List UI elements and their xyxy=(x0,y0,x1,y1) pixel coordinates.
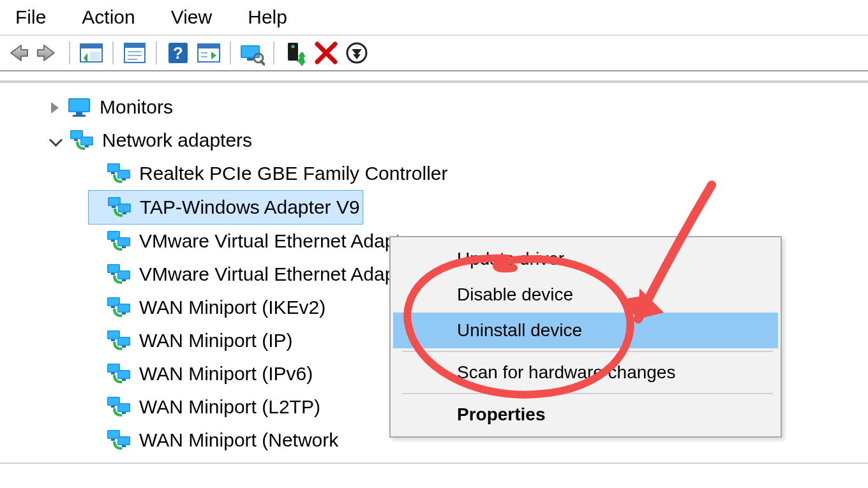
bottom-border xyxy=(0,462,868,464)
network-adapter-icon xyxy=(106,295,131,320)
show-hide-console-tree-button[interactable] xyxy=(78,40,105,66)
svg-rect-67 xyxy=(119,305,130,312)
action-list-button[interactable] xyxy=(195,40,222,66)
properties-button[interactable] xyxy=(121,40,148,66)
svg-rect-49 xyxy=(119,205,130,212)
svg-rect-33 xyxy=(73,115,86,117)
svg-marker-29 xyxy=(353,54,361,59)
help-button[interactable]: ? xyxy=(165,40,191,66)
svg-rect-91 xyxy=(119,438,130,445)
svg-rect-87 xyxy=(122,412,126,414)
svg-rect-50 xyxy=(112,206,116,208)
tree-node-monitors[interactable]: Monitors xyxy=(51,91,868,124)
svg-rect-92 xyxy=(111,439,115,441)
svg-rect-43 xyxy=(119,171,130,178)
svg-rect-59 xyxy=(108,265,119,272)
tree-item-tap-windows[interactable]: TAP-Windows Adapter V9 xyxy=(88,190,363,225)
svg-rect-86 xyxy=(111,406,115,408)
enable-device-button[interactable] xyxy=(282,40,309,66)
menubar: File Action View Help xyxy=(0,0,868,34)
svg-rect-68 xyxy=(111,306,115,308)
scan-hardware-button[interactable] xyxy=(239,40,266,66)
svg-rect-77 xyxy=(108,365,119,372)
help-icon: ? xyxy=(165,40,191,66)
ctx-scan-hardware[interactable]: Scan for hardware changes xyxy=(393,355,778,390)
svg-rect-69 xyxy=(122,313,126,314)
svg-rect-44 xyxy=(111,172,115,174)
ctx-uninstall-device[interactable]: Uninstall device xyxy=(393,313,778,348)
ctx-separator xyxy=(402,393,773,394)
svg-rect-65 xyxy=(108,299,119,306)
svg-rect-39 xyxy=(85,145,89,147)
tree-item-label: WAN Miniport (IPv6) xyxy=(139,364,313,384)
tree-item-label: Realtek PCIe GBE Family Controller xyxy=(139,163,448,184)
console-tree-icon xyxy=(79,40,104,66)
tree-node-network-adapters[interactable]: Network adapters xyxy=(51,124,868,157)
forward-arrow-icon xyxy=(35,40,61,66)
ctx-disable-device[interactable]: Disable device xyxy=(393,277,778,313)
enable-device-icon xyxy=(283,40,308,66)
menu-view[interactable]: View xyxy=(171,6,212,28)
network-adapter-icon xyxy=(106,394,131,420)
svg-rect-32 xyxy=(76,112,82,115)
svg-rect-12 xyxy=(198,44,220,48)
action-list-icon xyxy=(196,40,221,66)
svg-rect-26 xyxy=(300,56,304,63)
svg-rect-79 xyxy=(119,371,130,378)
svg-rect-71 xyxy=(108,332,119,339)
svg-rect-74 xyxy=(111,339,115,341)
context-menu: Update driver Disable device Uninstall d… xyxy=(389,236,782,438)
uninstall-device-button[interactable] xyxy=(313,40,340,66)
svg-rect-45 xyxy=(122,179,126,181)
svg-rect-18 xyxy=(247,58,253,61)
tree-item-label: WAN Miniport (Network xyxy=(139,430,338,450)
network-adapter-icon xyxy=(107,195,132,220)
delete-x-icon xyxy=(313,40,339,66)
monitor-icon xyxy=(66,94,92,120)
svg-rect-3 xyxy=(90,52,100,61)
tree-item-label: TAP-Windows Adapter V9 xyxy=(140,197,360,218)
toolbar-separator xyxy=(230,41,231,64)
svg-rect-53 xyxy=(108,232,119,239)
svg-point-22 xyxy=(292,45,295,48)
menu-file[interactable]: File xyxy=(15,6,46,28)
expand-collapse-icon[interactable] xyxy=(51,97,59,117)
menu-action[interactable]: Action xyxy=(82,6,135,28)
network-adapter-icon xyxy=(106,161,131,186)
tree-item-label: WAN Miniport (IP) xyxy=(139,330,293,351)
properties-sheet-icon xyxy=(122,40,147,66)
toolbar-separator xyxy=(112,41,114,64)
ctx-update-driver[interactable]: Update driver xyxy=(393,241,778,277)
toolbar-separator xyxy=(156,41,157,64)
svg-rect-38 xyxy=(74,139,78,141)
tree-node-label: Monitors xyxy=(100,97,173,117)
svg-rect-61 xyxy=(119,272,130,279)
svg-rect-85 xyxy=(119,404,130,411)
tree-node-label: Network adapters xyxy=(102,130,252,151)
update-driver-button[interactable] xyxy=(343,40,370,66)
back-button[interactable] xyxy=(4,40,31,66)
svg-rect-80 xyxy=(111,373,115,374)
svg-rect-31 xyxy=(70,100,89,111)
svg-rect-51 xyxy=(123,212,126,214)
tree-item-realtek[interactable]: Realtek PCIe GBE Family Controller xyxy=(88,157,868,190)
ctx-properties[interactable]: Properties xyxy=(393,397,778,433)
svg-marker-25 xyxy=(298,52,306,57)
svg-rect-75 xyxy=(122,346,126,348)
tree-item-label: VMware Virtual Ethernet Adapter xyxy=(139,231,417,251)
svg-rect-73 xyxy=(119,338,130,345)
back-arrow-icon xyxy=(4,40,30,66)
svg-rect-81 xyxy=(122,379,126,381)
svg-text:?: ? xyxy=(173,43,183,63)
toolbar-separator xyxy=(69,41,70,64)
tree-item-label: WAN Miniport (IKEv2) xyxy=(139,297,326,318)
forward-button[interactable] xyxy=(34,40,61,66)
expand-collapse-icon[interactable] xyxy=(51,135,61,145)
svg-rect-63 xyxy=(122,279,126,281)
toolbar: ? xyxy=(0,34,868,71)
svg-line-20 xyxy=(261,61,264,64)
menu-help[interactable]: Help xyxy=(248,6,287,28)
network-adapter-icon xyxy=(106,427,131,453)
tree-item-label: VMware Virtual Ethernet Adapter xyxy=(139,264,417,285)
update-driver-icon xyxy=(344,40,370,66)
